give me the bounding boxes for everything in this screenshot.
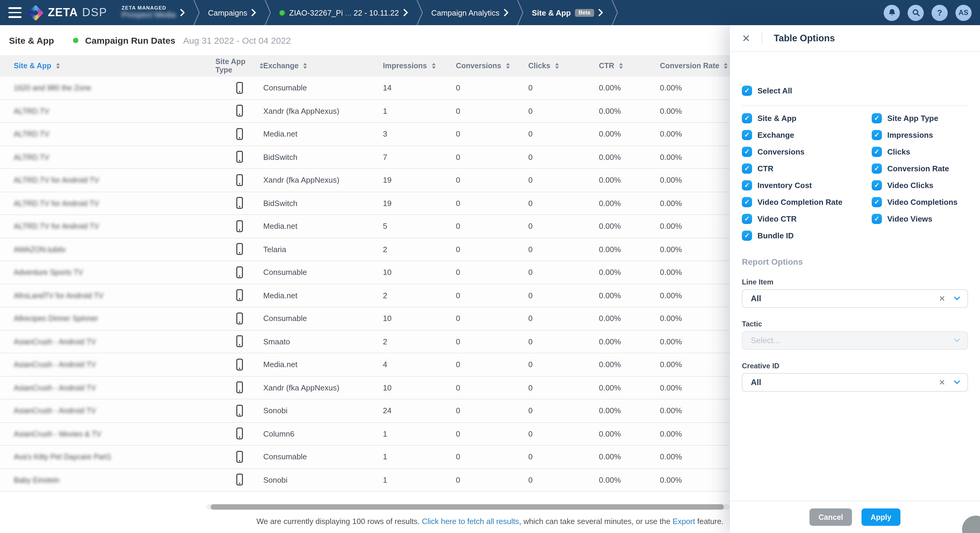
site-name-cell[interactable]: Baby Einstein — [0, 476, 215, 485]
site-name-cell[interactable]: ALTRD.TV for Android TV — [0, 199, 215, 208]
breadcrumb-item-2[interactable]: ZIAO-32267_Pi ... 22 - 10.11.22 — [280, 8, 408, 17]
column-checkbox-exchange[interactable]: ✓Exchange — [742, 130, 872, 140]
hamburger-menu-icon[interactable] — [8, 7, 22, 18]
column-checkbox-video-clicks[interactable]: ✓Video Clicks — [872, 180, 975, 190]
column-checkbox-video-ctr[interactable]: ✓Video CTR — [742, 214, 872, 224]
column-checkbox-clicks[interactable]: ✓Clicks — [872, 147, 975, 156]
column-header-clicks[interactable]: Clicks — [528, 62, 599, 70]
chevron-down-icon[interactable] — [954, 380, 960, 385]
site-name-cell[interactable]: Allrecipes Dinner Spinner — [0, 314, 215, 323]
chevron-down-icon[interactable] — [954, 297, 960, 301]
search-icon[interactable] — [908, 5, 924, 21]
exchange-cell: BidSwitch — [263, 199, 383, 208]
avatar[interactable]: AS — [956, 5, 972, 21]
breadcrumb-label: Site & App — [532, 8, 571, 17]
column-checkbox-conversions[interactable]: ✓Conversions — [742, 147, 872, 156]
breadcrumb-label: Campaign Analytics — [431, 8, 499, 17]
breadcrumb: ZETA MANAGEDProspect MediaCampaignsZIAO-… — [122, 0, 884, 25]
column-checkbox-video-completion-rate[interactable]: ✓Video Completion Rate — [742, 197, 872, 207]
zeta-dsp-logo[interactable]: ZETA DSP — [30, 6, 107, 19]
breadcrumb-label: Campaigns — [208, 8, 247, 17]
ctr-cell: 0.00% — [599, 83, 660, 93]
clicks-cell: 0 — [528, 199, 599, 208]
close-icon[interactable]: ✕ — [742, 33, 751, 43]
breadcrumb-item-4[interactable]: Site & AppBeta — [532, 8, 603, 17]
breadcrumb-item-3[interactable]: Campaign Analytics — [431, 8, 508, 17]
column-checkbox-site-app-type[interactable]: ✓Site App Type — [872, 113, 975, 123]
site-name-cell[interactable]: Ava's Kitty Pet Daycare Part1 — [0, 452, 215, 461]
site-name-cell[interactable]: ALTRD.TV — [0, 130, 215, 139]
site-app-type-cell — [215, 243, 263, 256]
site-name-cell[interactable]: Adventure Sports TV — [0, 268, 215, 277]
select-all-label: Select All — [757, 86, 792, 95]
checkbox-label: Conversions — [757, 147, 805, 156]
site-name-cell[interactable]: AsianCrush - Android TV — [0, 360, 215, 369]
column-header-ctr[interactable]: CTR — [599, 62, 660, 70]
column-checkbox-video-views[interactable]: ✓Video Views — [872, 214, 975, 224]
site-name-cell[interactable]: ALTRD.TV — [0, 107, 215, 116]
column-checkbox-impressions[interactable]: ✓Impressions — [872, 130, 975, 140]
breadcrumb-separator — [264, 0, 272, 25]
clicks-cell: 0 — [528, 83, 599, 93]
tactic-select[interactable]: Select... — [742, 331, 968, 350]
column-checkbox-inventory-cost[interactable]: ✓Inventory Cost — [742, 180, 872, 190]
clicks-cell: 0 — [528, 291, 599, 300]
conversions-cell: 0 — [456, 268, 528, 277]
ctr-cell: 0.00% — [599, 337, 660, 346]
column-header-site-app[interactable]: Site & App — [0, 62, 215, 70]
footer-text: feature. — [695, 517, 723, 526]
fetch-all-results-link[interactable]: Click here to fetch all results — [422, 517, 519, 526]
site-name-cell[interactable]: 1620 and 980 the Zone — [0, 83, 215, 93]
notifications-icon[interactable] — [884, 5, 900, 21]
select-all-checkbox[interactable]: ✓ Select All — [742, 86, 792, 96]
impressions-cell: 10 — [383, 314, 456, 323]
ctr-cell: 0.00% — [599, 383, 660, 392]
column-checkbox-conversion-rate[interactable]: ✓Conversion Rate — [872, 163, 975, 173]
breadcrumb-label: ZIAO-32267_Pi ... 22 - 10.11.22 — [289, 8, 399, 17]
tactic-placeholder: Select... — [751, 336, 954, 345]
column-checkbox-bundle-id[interactable]: ✓Bundle ID — [742, 230, 872, 241]
site-name-cell[interactable]: AsianCrush - Movies & TV — [0, 429, 215, 438]
apply-button[interactable]: Apply — [862, 509, 900, 526]
column-checkbox-ctr[interactable]: ✓CTR — [742, 163, 872, 173]
impressions-cell: 1 — [383, 429, 456, 438]
site-name-cell[interactable]: ALTRD.TV — [0, 153, 215, 162]
column-header-exchange[interactable]: Exchange — [263, 62, 383, 70]
clicks-cell: 0 — [528, 360, 599, 369]
clear-icon[interactable]: ✕ — [939, 378, 945, 387]
chevron-right-icon — [504, 9, 509, 16]
column-checkbox-video-completions[interactable]: ✓Video Completions — [872, 197, 975, 207]
site-name-cell[interactable]: AsianCrush - Android TV — [0, 337, 215, 346]
site-name-cell[interactable]: ALTRD.TV for Android TV — [0, 222, 215, 231]
conversions-cell: 0 — [456, 429, 528, 438]
site-name-cell[interactable]: AsianCrush - Android TV — [0, 383, 215, 392]
ctr-cell: 0.00% — [599, 452, 660, 461]
column-header-conversions[interactable]: Conversions — [456, 62, 528, 70]
run-dates-label: Campaign Run Dates — [85, 35, 176, 45]
breadcrumb-item-1[interactable]: Campaigns — [208, 8, 256, 17]
ctr-cell: 0.00% — [599, 406, 660, 415]
site-app-type-cell — [215, 450, 263, 464]
site-name-cell[interactable]: AfroLandTV for Android TV — [0, 291, 215, 300]
site-name-cell[interactable]: AMAZON.tubitv — [0, 245, 215, 254]
export-link[interactable]: Export — [673, 517, 695, 526]
panel-title: Table Options — [774, 33, 835, 44]
breadcrumb-item-0[interactable]: ZETA MANAGEDProspect Media — [122, 5, 185, 20]
column-header-impressions[interactable]: Impressions — [383, 62, 456, 70]
help-icon[interactable]: ? — [932, 5, 948, 21]
ctr-cell: 0.00% — [599, 107, 660, 116]
creative-id-select[interactable]: All ✕ — [742, 373, 968, 392]
column-header-site-app-type[interactable]: Site App Type — [215, 57, 263, 74]
cancel-button[interactable]: Cancel — [810, 509, 852, 526]
column-checkbox-site-app[interactable]: ✓Site & App — [742, 113, 872, 123]
ctr-cell: 0.00% — [599, 153, 660, 162]
checkbox-checked-icon: ✓ — [872, 163, 882, 173]
mobile-phone-icon — [235, 289, 244, 302]
horizontal-scrollbar-thumb[interactable] — [211, 504, 724, 510]
clear-icon[interactable]: ✕ — [939, 294, 945, 303]
line-item-select[interactable]: All ✕ — [742, 289, 968, 308]
site-app-type-cell — [215, 427, 263, 440]
site-name-cell[interactable]: AsianCrush - Android TV — [0, 406, 215, 415]
mobile-phone-icon — [235, 174, 244, 187]
site-name-cell[interactable]: ALTRD.TV for Android TV — [0, 176, 215, 185]
